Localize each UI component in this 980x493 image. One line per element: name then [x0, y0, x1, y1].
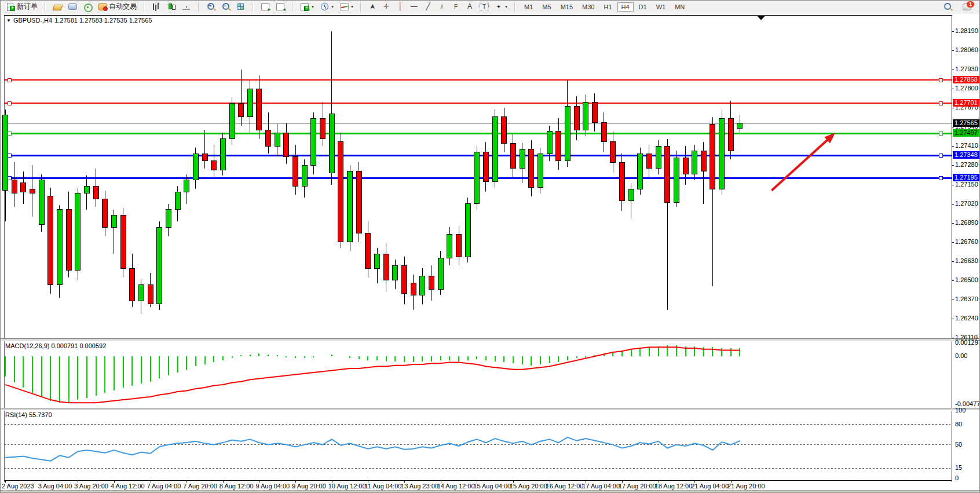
search-button[interactable]: [940, 1, 955, 12]
market-watch-button[interactable]: [50, 1, 65, 12]
zoom-out-button[interactable]: −: [218, 1, 233, 12]
candle-body-bear[interactable]: [574, 107, 579, 130]
candle-body-bear[interactable]: [320, 118, 326, 139]
hline-tool-button[interactable]: —: [407, 1, 421, 12]
line-chart-button[interactable]: [179, 1, 194, 12]
candle-body-bull[interactable]: [674, 158, 679, 202]
cursor-tool-button[interactable]: ➤: [365, 1, 379, 12]
data-window-button[interactable]: [65, 1, 80, 12]
candle-body-bull[interactable]: [247, 89, 253, 116]
candle-body-bull[interactable]: [111, 216, 116, 227]
candle-body-bull[interactable]: [438, 258, 443, 289]
candle-body-bear[interactable]: [211, 161, 217, 170]
candle-body-bear[interactable]: [239, 104, 244, 117]
candle-body-bull[interactable]: [375, 254, 380, 268]
candle-body-bull[interactable]: [565, 107, 570, 161]
candle-body-bear[interactable]: [284, 133, 289, 156]
chart-title[interactable]: ▼ GBPUSD-,H4 1.27581 1.27583 1.27535 1.2…: [6, 17, 152, 24]
candle-body-bear[interactable]: [456, 235, 462, 257]
timeframe-m5[interactable]: M5: [538, 2, 555, 12]
shapes-tool-button[interactable]: ✦▾: [492, 1, 510, 12]
candle-body-bull[interactable]: [638, 154, 643, 189]
level-handle[interactable]: [8, 101, 11, 105]
candle-body-bear[interactable]: [383, 254, 389, 280]
timeframe-m30[interactable]: M30: [578, 2, 598, 12]
price-chart-canvas[interactable]: [1, 13, 980, 339]
candle-body-bull[interactable]: [275, 133, 280, 146]
candle-body-bull[interactable]: [84, 186, 89, 193]
candle-body-bear[interactable]: [483, 152, 488, 182]
trendline-tool-button[interactable]: ╱: [421, 1, 435, 12]
bar-chart-button[interactable]: [149, 1, 164, 12]
new-chart-button[interactable]: +▾: [297, 1, 317, 12]
chart-shift-marker[interactable]: [758, 16, 765, 20]
candle-body-bear[interactable]: [646, 154, 652, 168]
candle-body-bull[interactable]: [157, 227, 162, 304]
candle-body-bear[interactable]: [710, 124, 715, 189]
candle-body-bull[interactable]: [474, 152, 480, 204]
tile-windows-button[interactable]: [233, 1, 248, 12]
zoom-in-button[interactable]: +: [203, 1, 218, 12]
timeframe-m1[interactable]: M1: [520, 2, 537, 12]
candle-body-bear[interactable]: [148, 284, 153, 304]
candle-body-bull[interactable]: [193, 154, 198, 180]
candle-body-bull[interactable]: [420, 276, 425, 295]
candle-body-bull[interactable]: [311, 118, 316, 165]
candle-body-bear[interactable]: [103, 199, 108, 227]
auto-scroll-button[interactable]: [258, 1, 273, 12]
level-handle[interactable]: [939, 176, 942, 180]
crosshair-tool-button[interactable]: ✛: [379, 1, 393, 12]
candle-body-bull[interactable]: [175, 192, 180, 210]
channel-tool-button[interactable]: ⫽: [435, 1, 449, 12]
candle-body-bull[interactable]: [348, 171, 353, 242]
timeframe-m15[interactable]: M15: [557, 2, 577, 12]
trend-arrow-shaft[interactable]: [771, 139, 828, 190]
indicators-button[interactable]: ▾: [337, 1, 356, 12]
candle-body-bear[interactable]: [610, 142, 616, 163]
candle-body-bear[interactable]: [728, 118, 733, 151]
timeframe-h4[interactable]: H4: [617, 2, 634, 12]
candle-body-bear[interactable]: [293, 156, 298, 186]
candle-body-bear[interactable]: [411, 283, 416, 295]
timeframe-d1[interactable]: D1: [635, 2, 651, 12]
candle-body-bear[interactable]: [592, 102, 597, 123]
candle-body-bull[interactable]: [537, 154, 543, 187]
candle-body-bear[interactable]: [12, 180, 17, 193]
candle-body-bear[interactable]: [619, 162, 624, 200]
level-handle[interactable]: [939, 78, 942, 82]
text-tool-button[interactable]: A: [463, 1, 477, 12]
candle-body-bear[interactable]: [665, 146, 670, 202]
vline-tool-button[interactable]: │: [393, 1, 407, 12]
candle-body-bear[interactable]: [21, 183, 26, 192]
autotrade-button[interactable]: 自动交易: [95, 1, 140, 13]
candle-body-bear[interactable]: [601, 123, 606, 142]
label-tool-button[interactable]: T: [477, 2, 492, 12]
candle-body-bear[interactable]: [130, 268, 135, 301]
candle-body-bull[interactable]: [492, 117, 498, 182]
timeframe-h1[interactable]: H1: [599, 2, 616, 12]
candle-body-bull[interactable]: [302, 165, 307, 186]
candle-body-bear[interactable]: [48, 196, 53, 285]
candle-body-bear[interactable]: [556, 132, 561, 161]
candle-body-bull[interactable]: [447, 235, 452, 258]
candle-body-bull[interactable]: [3, 115, 8, 191]
macd-panel-canvas[interactable]: [1, 340, 980, 408]
candle-body-bear[interactable]: [66, 210, 71, 270]
candle-body-bear[interactable]: [30, 189, 35, 193]
candle-body-bull[interactable]: [75, 193, 81, 270]
notifications-button[interactable]: 1: [960, 1, 976, 12]
candle-body-bear[interactable]: [120, 216, 126, 269]
level-handle[interactable]: [939, 101, 942, 105]
candle-body-bear[interactable]: [338, 142, 343, 242]
new-order-button[interactable]: + 新订单: [3, 1, 41, 13]
timeframe-w1[interactable]: W1: [652, 2, 670, 12]
candle-body-bull[interactable]: [692, 151, 697, 174]
candle-body-bull[interactable]: [229, 104, 235, 139]
level-handle[interactable]: [939, 154, 942, 157]
candle-body-bull[interactable]: [547, 132, 552, 154]
candle-body-bull[interactable]: [520, 149, 525, 168]
candle-body-bull[interactable]: [138, 284, 144, 301]
signals-button[interactable]: [80, 1, 95, 12]
candle-body-bear[interactable]: [257, 89, 262, 130]
candle-body-bull[interactable]: [220, 139, 225, 170]
